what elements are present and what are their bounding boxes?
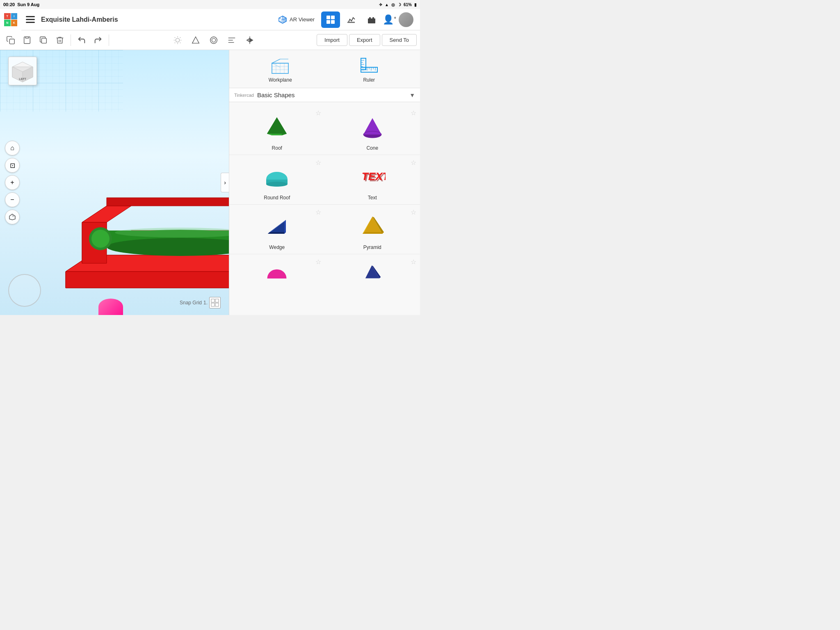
category-select[interactable]: Basic Shapes — [257, 91, 406, 98]
user-area: 👤+ — [383, 12, 413, 27]
shape-item-text[interactable]: ☆ TEXT TEXT TEXT Text — [325, 155, 420, 204]
snap-grid-value: 1. — [203, 300, 208, 306]
svg-line-9 — [279, 18, 283, 20]
brand-label: Tinkercad — [234, 93, 254, 98]
light-button[interactable] — [170, 33, 185, 48]
ar-viewer-label: AR Viewer — [290, 16, 315, 23]
battery-icon: ▮ — [414, 2, 417, 7]
svg-point-57 — [91, 230, 110, 248]
wedge-icon — [264, 213, 290, 241]
text-star[interactable]: ☆ — [411, 159, 416, 167]
undo-button[interactable] — [74, 33, 89, 48]
tinkercad-logo[interactable]: T I N K — [0, 9, 21, 30]
shape-selector[interactable]: Tinkercad Basic Shapes ▼ — [229, 88, 420, 102]
right-panel: Workplane — [229, 50, 420, 315]
svg-line-29 — [175, 42, 175, 43]
blocks-button[interactable] — [362, 11, 381, 28]
status-bar: 00:20 Sun 9 Aug ✈ ▲ ◎ ☽ 61% ▮ — [0, 0, 420, 9]
pyramid-star[interactable]: ☆ — [411, 208, 416, 216]
svg-rect-0 — [26, 16, 35, 17]
workplane-icon — [270, 55, 290, 75]
cone-star[interactable]: ☆ — [411, 109, 416, 117]
3d-scene[interactable] — [41, 91, 229, 313]
svg-marker-112 — [284, 220, 286, 234]
copy-to-clipboard-button[interactable] — [3, 33, 18, 48]
battery-label: 61% — [404, 2, 412, 7]
zoom-in-button[interactable]: + — [5, 175, 20, 190]
logo-k: K — [11, 20, 18, 26]
svg-marker-119 — [365, 265, 379, 278]
svg-marker-7 — [279, 20, 283, 23]
mirror-button[interactable] — [242, 33, 257, 48]
zoom-out-button[interactable]: − — [5, 192, 20, 207]
svg-marker-44 — [66, 272, 229, 288]
ar-viewer-button[interactable]: AR Viewer — [273, 11, 320, 28]
svg-rect-21 — [41, 38, 46, 43]
shape-item-wedge[interactable]: ☆ Wedge — [229, 205, 325, 254]
group-button[interactable] — [206, 33, 221, 48]
view-cube[interactable]: LEFT — [8, 57, 37, 85]
svg-line-72 — [272, 59, 280, 63]
date: Sun 9 Aug — [17, 2, 39, 7]
delete-button[interactable] — [52, 33, 67, 48]
shape-button[interactable] — [188, 33, 203, 48]
home-button[interactable]: ⌂ — [5, 141, 20, 155]
shape-item-pyramid[interactable]: ☆ Pyramid — [325, 205, 420, 254]
shape-item-partial-2[interactable]: ☆ — [325, 254, 420, 287]
wedge-star[interactable]: ☆ — [315, 208, 321, 216]
send-to-button[interactable]: Send To — [382, 34, 417, 46]
nav-icons: AR Viewer 👤+ — [273, 11, 417, 28]
expand-button[interactable]: › — [221, 173, 229, 192]
add-user-button[interactable]: 👤+ — [383, 14, 396, 25]
ruler-label: Ruler — [363, 77, 375, 83]
svg-rect-20 — [25, 37, 28, 38]
svg-rect-17 — [369, 17, 371, 19]
redo-button[interactable] — [91, 33, 105, 48]
roof-star[interactable]: ☆ — [315, 109, 321, 117]
menu-button[interactable] — [23, 12, 38, 27]
shape-item-roof[interactable]: ☆ Roof — [229, 105, 325, 155]
svg-line-25 — [175, 37, 175, 37]
shape-item-round-roof[interactable]: ☆ Round Roof — [229, 155, 325, 204]
orbit-control[interactable] — [8, 274, 41, 307]
user-avatar[interactable] — [399, 12, 413, 27]
svg-marker-38 — [247, 38, 250, 42]
perspective-button[interactable] — [5, 210, 20, 224]
svg-text:LEFT: LEFT — [19, 78, 26, 80]
build-button[interactable] — [342, 11, 361, 28]
workplane-tool[interactable]: Workplane — [264, 55, 297, 83]
logo-i: I — [11, 13, 18, 20]
fit-button[interactable]: ⊡ — [5, 158, 20, 173]
edit-bar: Import Export Send To — [0, 30, 420, 50]
duplicate-button[interactable] — [36, 33, 51, 48]
snap-grid-box[interactable] — [209, 297, 221, 308]
svg-marker-31 — [192, 37, 199, 43]
svg-line-30 — [180, 37, 180, 37]
logo-n: N — [4, 20, 11, 26]
project-title: Exquisite Lahdi-Amberis — [41, 16, 273, 23]
grid-view-button[interactable] — [321, 11, 340, 28]
time: 00:20 — [3, 2, 15, 7]
svg-point-32 — [210, 37, 217, 43]
shape-item-cone[interactable]: ☆ Cone — [325, 105, 420, 155]
roof-icon — [264, 114, 290, 142]
partial1-star[interactable]: ☆ — [315, 258, 321, 266]
dropdown-arrow-icon: ▼ — [409, 92, 415, 98]
partial2-star[interactable]: ☆ — [411, 258, 416, 266]
svg-marker-96 — [267, 117, 287, 135]
paste-button[interactable] — [20, 33, 34, 48]
align-left-button[interactable] — [224, 33, 239, 48]
import-button[interactable]: Import — [317, 34, 347, 46]
cone-icon — [359, 114, 386, 142]
ruler-tool[interactable]: Ruler — [353, 55, 386, 83]
snap-grid-label: Snap Grid — [180, 300, 202, 306]
viewport[interactable]: LEFT ⌂ ⊡ + − › Snap Grid 1. — [0, 50, 229, 315]
export-button[interactable]: Export — [349, 34, 380, 46]
svg-line-26 — [180, 42, 180, 43]
svg-rect-1 — [26, 19, 35, 20]
svg-point-105 — [266, 182, 288, 187]
shape-item-partial-1[interactable]: ☆ — [229, 254, 325, 287]
workplane-label: Workplane — [269, 77, 292, 83]
view-cube-face[interactable]: LEFT — [8, 57, 37, 85]
round-roof-star[interactable]: ☆ — [315, 159, 321, 167]
